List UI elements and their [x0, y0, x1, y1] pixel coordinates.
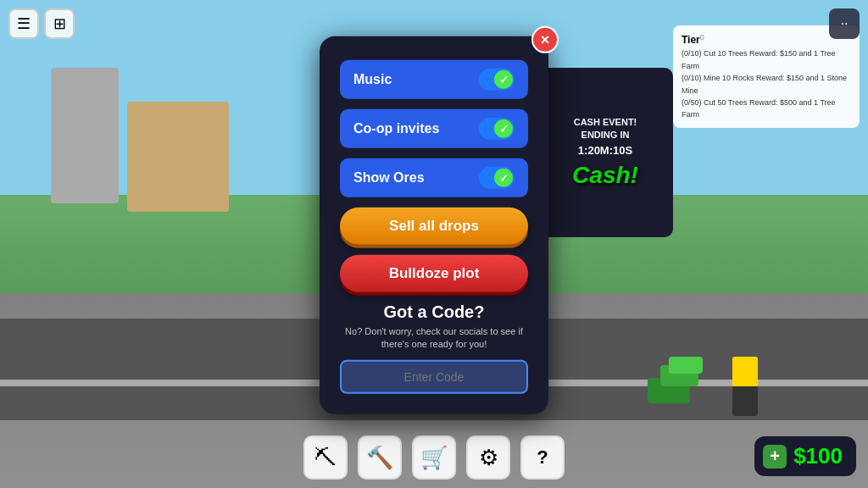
code-section: Got a Code? No? Don't worry, check our s…: [340, 302, 528, 394]
music-toggle[interactable]: ✓: [479, 69, 515, 91]
music-label: Music: [353, 72, 392, 87]
ores-label: Show Ores: [353, 170, 425, 186]
sell-all-drops-button[interactable]: Sell all drops: [340, 208, 528, 245]
code-description: No? Don't worry, check our socials to se…: [340, 325, 528, 352]
ores-toggle[interactable]: ✓: [479, 167, 515, 189]
modal-overlay: × Music ✓ Co-op invites ✓ Show Ores ✓ Se…: [0, 0, 868, 488]
code-title: Got a Code?: [340, 302, 528, 322]
coop-toggle[interactable]: ✓: [479, 118, 515, 140]
ores-toggle-knob: ✓: [494, 169, 513, 187]
code-input[interactable]: [340, 360, 528, 394]
coop-toggle-row[interactable]: Co-op invites ✓: [340, 109, 528, 148]
music-toggle-row[interactable]: Music ✓: [340, 60, 528, 99]
music-toggle-knob: ✓: [494, 70, 513, 89]
coop-label: Co-op invites: [353, 121, 439, 136]
coop-toggle-knob: ✓: [494, 119, 513, 138]
settings-modal: × Music ✓ Co-op invites ✓ Show Ores ✓ Se…: [320, 36, 548, 414]
close-button[interactable]: ×: [531, 26, 559, 53]
ores-toggle-row[interactable]: Show Ores ✓: [340, 158, 528, 197]
bulldoze-plot-button[interactable]: Bulldoze plot: [340, 255, 528, 292]
